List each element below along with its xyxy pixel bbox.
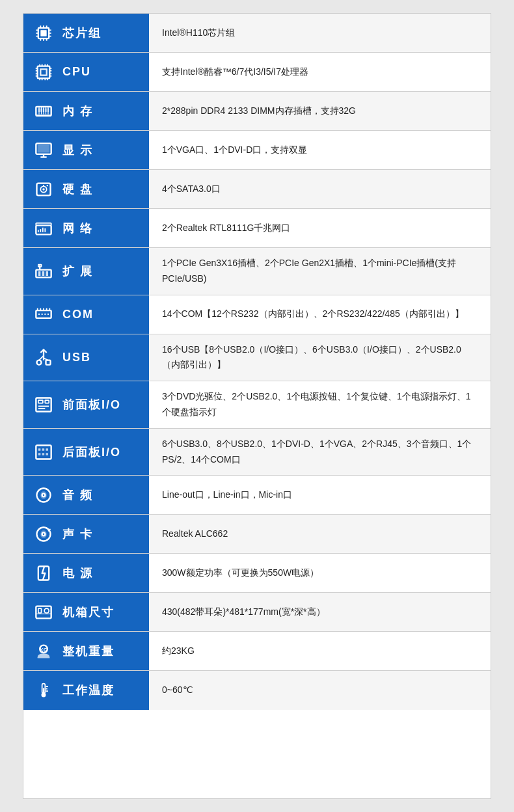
spec-label-text-temperature: 工作温度 — [62, 683, 115, 698]
spec-label-text-memory: 内 存 — [62, 103, 93, 119]
spec-row-chassis: 机箱尺寸430(482带耳朵)*481*177mm(宽*深*高） — [23, 593, 491, 632]
spec-value-chassis: 430(482带耳朵)*481*177mm(宽*深*高） — [149, 593, 491, 631]
svg-rect-84 — [45, 400, 49, 403]
svg-point-71 — [44, 314, 46, 315]
svg-point-51 — [42, 188, 45, 191]
expansion-icon — [31, 259, 56, 284]
spec-row-front-panel: 前面板I/O3个DVD光驱位、2个USB2.0、1个电源按钮、1个复位键、1个电… — [23, 381, 491, 429]
spec-label-network: 网 络 — [23, 209, 149, 247]
spec-label-com: COM — [23, 295, 149, 334]
svg-rect-87 — [36, 445, 51, 459]
spec-label-text-harddisk: 硬 盘 — [62, 182, 93, 197]
spec-label-chassis: 机箱尺寸 — [23, 593, 149, 631]
svg-rect-79 — [46, 360, 51, 365]
chassis-icon — [31, 600, 56, 625]
spec-label-harddisk: 硬 盘 — [23, 170, 149, 208]
spec-row-cpu: CPU支持Intel®酷睿™6/7代I3/I5/I7处理器 — [23, 53, 491, 92]
temperature-icon — [31, 678, 56, 703]
spec-value-cpu: 支持Intel®酷睿™6/7代I3/I5/I7处理器 — [149, 53, 491, 91]
spec-value-display: 1个VGA口、1个DVI-D口，支持双显 — [149, 131, 491, 169]
svg-rect-64 — [42, 271, 45, 276]
spec-label-text-power: 电 源 — [62, 565, 93, 581]
svg-rect-93 — [46, 453, 49, 455]
spec-row-display: 显 示1个VGA口、1个DVI-D口，支持双显 — [23, 131, 491, 170]
svg-point-104 — [44, 608, 49, 613]
svg-point-69 — [38, 314, 40, 315]
svg-rect-16 — [42, 70, 46, 74]
svg-point-70 — [42, 314, 43, 315]
svg-rect-44 — [47, 108, 49, 112]
spec-label-display: 显 示 — [23, 131, 149, 169]
power-icon — [31, 561, 56, 586]
svg-rect-88 — [38, 448, 41, 451]
spec-row-temperature: 工作温度0~60℃ — [23, 671, 491, 710]
spec-value-weight: 约23KG — [149, 632, 491, 670]
spec-table: 芯片组Intel®H110芯片组 CPU支持I — [23, 13, 491, 799]
svg-rect-92 — [42, 453, 45, 455]
spec-value-usb: 16个USB【8个USB2.0（I/O接口）、6个USB3.0（I/O接口）、2… — [149, 334, 491, 381]
network-icon — [31, 216, 56, 241]
spec-value-power: 300W额定功率（可更换为550W电源） — [149, 554, 491, 592]
svg-rect-83 — [38, 400, 43, 403]
spec-label-text-expansion: 扩 展 — [62, 264, 93, 279]
spec-row-expansion: 扩 展1个PCIe Gen3X16插槽、2个PCIe Gen2X1插槽、1个mi… — [23, 248, 491, 295]
usb-icon — [31, 345, 56, 370]
audio-icon — [31, 483, 56, 508]
svg-point-72 — [47, 314, 49, 315]
spec-label-temperature: 工作温度 — [23, 671, 149, 710]
spec-label-memory: 内 存 — [23, 92, 149, 130]
spec-row-chipset: 芯片组Intel®H110芯片组 — [23, 14, 491, 53]
svg-rect-1 — [40, 30, 46, 36]
spec-row-network: 网 络2个Realtek RTL8111G千兆网口 — [23, 209, 491, 248]
svg-rect-110 — [43, 688, 44, 694]
spec-label-text-soundcard: 声 卡 — [62, 526, 93, 542]
spec-label-text-display: 显 示 — [62, 142, 93, 158]
spec-row-rear-panel: 后面板I/O6个USB3.0、8个USB2.0、1个DVI-D、1个VGA、2个… — [23, 429, 491, 476]
spec-label-chipset: 芯片组 — [23, 14, 149, 52]
spec-value-com: 14个COM【12个RS232（内部引出）、2个RS232/422/485（内部… — [149, 295, 491, 334]
svg-rect-91 — [38, 453, 41, 455]
spec-value-network: 2个Realtek RTL8111G千兆网口 — [149, 209, 491, 247]
spec-row-com: COM14个COM【12个RS232（内部引出）、2个RS232/422/485… — [23, 295, 491, 334]
svg-rect-48 — [38, 144, 50, 152]
svg-point-53 — [47, 185, 48, 186]
harddisk-icon — [31, 177, 56, 202]
spec-value-temperature: 0~60℃ — [149, 671, 491, 710]
spec-row-harddisk: 硬 盘4个SATA3.0口 — [23, 170, 491, 209]
front-panel-icon — [31, 392, 56, 417]
spec-label-audio: 音 频 — [23, 476, 149, 514]
spec-label-cpu: CPU — [23, 53, 149, 91]
svg-rect-34 — [36, 114, 51, 115]
svg-rect-63 — [38, 271, 41, 276]
spec-value-front-panel: 3个DVD光驱位、2个USB2.0、1个电源按钮、1个复位键、1个电源指示灯、1… — [149, 381, 491, 428]
spec-label-text-front-panel: 前面板I/O — [62, 397, 121, 413]
spec-value-rear-panel: 6个USB3.0、8个USB2.0、1个DVI-D、1个VGA、2个RJ45、3… — [149, 429, 491, 476]
chipset-icon — [31, 21, 56, 46]
svg-rect-89 — [42, 448, 45, 451]
svg-rect-43 — [45, 108, 46, 112]
spec-label-text-network: 网 络 — [62, 221, 93, 236]
weight-icon: KG — [31, 639, 56, 664]
spec-label-text-chipset: 芯片组 — [62, 25, 101, 41]
spec-row-weight: KG 整机重量约23KG — [23, 632, 491, 671]
spec-value-soundcard: Realtek ALC662 — [149, 515, 491, 553]
spec-value-chipset: Intel®H110芯片组 — [149, 14, 491, 52]
rear-panel-icon — [31, 440, 56, 465]
spec-label-text-rear-panel: 后面板I/O — [62, 444, 121, 460]
svg-rect-40 — [38, 108, 40, 112]
spec-label-expansion: 扩 展 — [23, 248, 149, 295]
spec-row-usb: USB16个USB【8个USB2.0（I/O接口）、6个USB3.0（I/O接口… — [23, 334, 491, 382]
spec-row-power: 电 源300W额定功率（可更换为550W电源） — [23, 554, 491, 593]
spec-value-harddisk: 4个SATA3.0口 — [149, 170, 491, 208]
display-icon — [31, 138, 56, 163]
spec-label-text-audio: 音 频 — [62, 487, 93, 503]
spec-label-text-com: COM — [62, 308, 94, 321]
memory-icon — [31, 99, 56, 124]
spec-label-text-chassis: 机箱尺寸 — [62, 604, 115, 620]
spec-label-text-cpu: CPU — [62, 65, 91, 79]
svg-rect-42 — [43, 108, 44, 112]
spec-row-audio: 音 频Line-out口，Line-in口，Mic-in口 — [23, 476, 491, 515]
spec-label-weight: KG 整机重量 — [23, 632, 149, 670]
spec-label-usb: USB — [23, 334, 149, 381]
spec-label-front-panel: 前面板I/O — [23, 381, 149, 428]
